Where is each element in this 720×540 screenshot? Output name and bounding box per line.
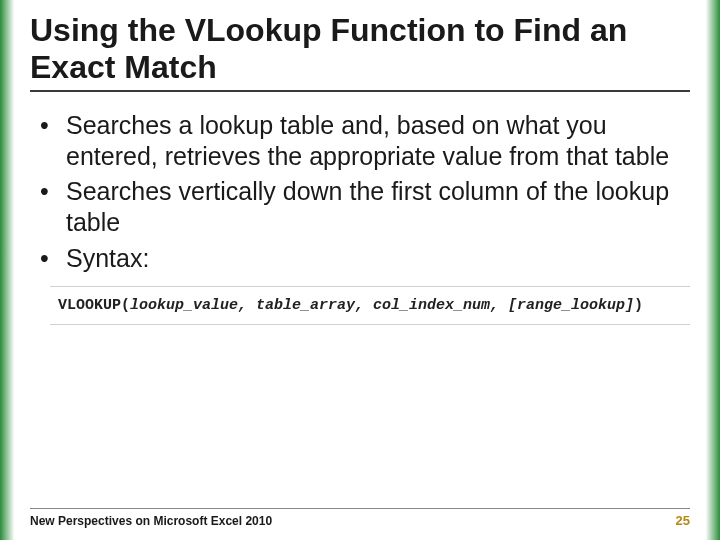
slide: Using the VLookup Function to Find an Ex… [0,0,720,540]
footer-source: New Perspectives on Microsoft Excel 2010 [30,514,272,528]
syntax-box: VLOOKUP(lookup_value, table_array, col_i… [50,286,690,325]
bullet-item: Syntax: [40,243,690,274]
syntax-fn-open: VLOOKUP( [58,297,130,314]
bullet-list: Searches a lookup table and, based on wh… [30,110,690,274]
bullet-item: Searches vertically down the first colum… [40,176,690,239]
slide-title: Using the VLookup Function to Find an Ex… [30,12,690,92]
syntax-args: lookup_value, table_array, col_index_num… [130,297,634,314]
bullet-item: Searches a lookup table and, based on wh… [40,110,690,173]
slide-footer: New Perspectives on Microsoft Excel 2010… [30,508,690,528]
syntax-fn-close: ) [634,297,643,314]
slide-body: Using the VLookup Function to Find an Ex… [0,0,720,325]
footer-page: 25 [676,513,690,528]
